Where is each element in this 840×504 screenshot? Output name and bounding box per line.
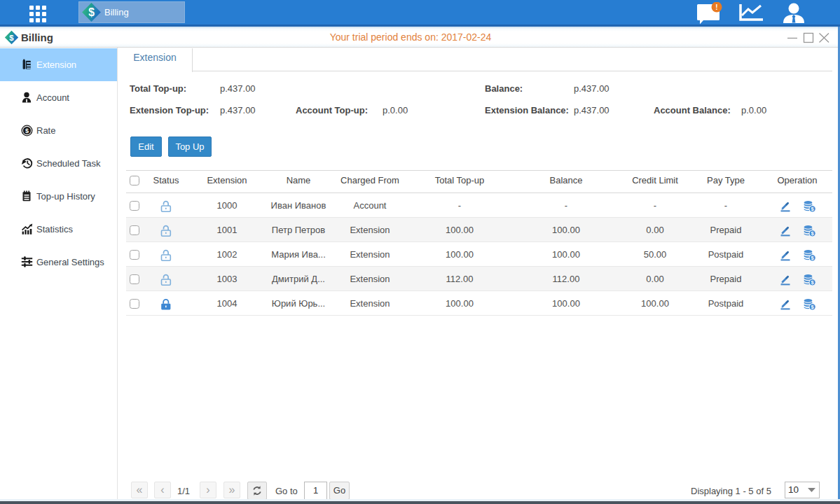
svg-text:$: $ <box>88 6 95 18</box>
svg-text:$: $ <box>25 127 29 134</box>
svg-text:!: ! <box>715 4 717 11</box>
